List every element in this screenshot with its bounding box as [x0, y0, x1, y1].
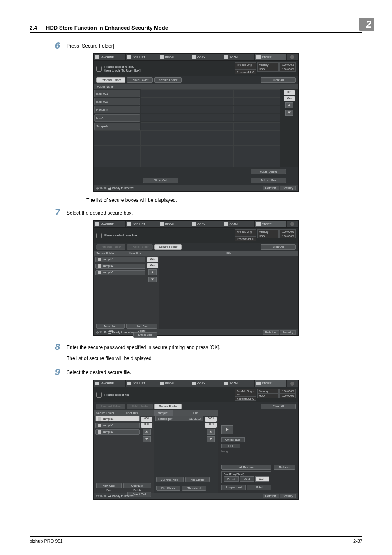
step-7: 7 Select the desired secure box. — [48, 207, 362, 218]
folder-row[interactable]: SampleA — [94, 123, 140, 130]
tab-help[interactable] — [287, 380, 298, 387]
file-pager-current: 0001 — [205, 417, 217, 422]
tab-label: RECALL — [165, 56, 176, 59]
folder-row[interactable]: label-001 — [94, 90, 140, 97]
clear-all-button[interactable]: Clear All — [261, 404, 296, 409]
tab-scan[interactable]: SCAN — [222, 221, 254, 227]
file-check-button[interactable]: File Check — [156, 486, 180, 491]
page-down-button[interactable] — [143, 436, 151, 442]
tab-public-folder[interactable]: Public Folder — [127, 404, 153, 409]
value-memory-pct: 100.000% — [279, 62, 296, 67]
label-prejob: Pre-Job Orig. — [237, 63, 253, 66]
prompt-text: Please select folder, then touch [To Use… — [104, 65, 141, 72]
to-user-box-button[interactable]: To User Box — [251, 178, 286, 183]
tab-public-folder[interactable]: Public Folder — [127, 244, 153, 250]
user-box-delete-button[interactable]: User Box Delete — [126, 324, 157, 329]
tab-joblist[interactable]: JOB LIST — [126, 54, 158, 60]
folder-row[interactable]: label-003 — [94, 106, 140, 113]
user-box-delete-button[interactable]: User Box Delete — [123, 483, 151, 488]
proof-button[interactable]: Proof — [224, 476, 239, 482]
page-down-button[interactable] — [285, 110, 293, 116]
file-panel-col: File — [173, 410, 219, 416]
print-button[interactable]: Print — [247, 485, 271, 490]
tab-machine[interactable]: MACHINE — [94, 221, 126, 227]
pager-total: 001 — [141, 423, 152, 428]
tab-machine[interactable]: MACHINE — [94, 54, 126, 60]
lock-icon — [98, 417, 101, 421]
all-files-print-button[interactable]: All Files Print — [156, 477, 184, 482]
clock-icon: ◷ — [96, 494, 99, 497]
image-label: Image — [221, 450, 229, 453]
page-up-button[interactable] — [143, 429, 151, 435]
step-6: 6 Press [Secure Folder]. — [48, 40, 362, 51]
clock-icon: ◷ — [96, 187, 99, 190]
step-text: Select the desired secure box. — [67, 207, 362, 218]
clear-all-button[interactable]: Clear All — [261, 244, 296, 250]
tab-recall[interactable]: RECALL — [158, 54, 190, 60]
security-indicator: Security — [280, 186, 296, 190]
pager-current: 001 — [284, 90, 295, 95]
userbox-row-selected[interactable]: sample1 — [95, 416, 140, 421]
tab-secure-folder[interactable]: Secure Folder — [154, 404, 182, 409]
tab-public-folder[interactable]: Public Folder — [127, 77, 153, 83]
tab-secure-folder[interactable]: Secure Folder — [154, 77, 182, 83]
new-user-box-button[interactable]: New User Box — [96, 483, 122, 488]
page-down-button[interactable] — [207, 436, 215, 442]
tab-personal-folder[interactable]: Personal Folder — [96, 77, 125, 83]
userbox-row[interactable]: sample3 — [95, 270, 145, 275]
tab-copy[interactable]: COPY — [190, 221, 222, 227]
tab-personal-folder[interactable]: Personal Folder — [96, 244, 125, 250]
direct-call-button[interactable]: Direct Call — [143, 178, 178, 183]
tab-copy[interactable]: COPY — [190, 54, 222, 60]
pager-total: 001 — [284, 96, 295, 101]
folder-delete-button[interactable]: Folder Delete — [251, 169, 286, 174]
tab-store[interactable]: STORE — [255, 54, 287, 60]
auto-button[interactable]: Auto — [255, 476, 269, 482]
step-text: Press [Secure Folder]. — [67, 40, 362, 51]
preview-play-button[interactable] — [221, 425, 233, 434]
file-pager-total: 0001 — [205, 423, 217, 428]
tab-store[interactable]: STORE — [255, 221, 287, 227]
page-up-button[interactable] — [148, 269, 157, 275]
tab-joblist[interactable]: JOB LIST — [126, 380, 158, 387]
wait-button[interactable]: Wait — [240, 476, 254, 482]
userbox-row[interactable]: sample3 — [95, 429, 140, 435]
userbox-row[interactable]: sample2 — [95, 423, 140, 428]
suspended-button[interactable]: Suspended — [221, 485, 246, 490]
page-up-button[interactable] — [285, 102, 293, 108]
tab-store[interactable]: STORE — [255, 380, 287, 387]
tab-machine[interactable]: MACHINE — [94, 380, 126, 387]
new-user-box-button[interactable]: New User Box — [96, 324, 125, 329]
file-row[interactable]: sample.pdf11/18/13 — [155, 416, 203, 421]
page-up-button[interactable] — [207, 429, 215, 435]
tab-recall[interactable]: RECALL — [158, 380, 190, 387]
footer-model: bizhub PRO 951 — [30, 539, 63, 543]
file-delete-button[interactable]: File Delete — [185, 477, 210, 482]
folder-row[interactable]: label-002 — [94, 98, 140, 105]
col-userbox: User Box — [127, 251, 159, 256]
thumbnail-button[interactable]: Thumbnail — [182, 486, 206, 491]
userbox-row[interactable]: sample1 — [95, 257, 145, 262]
page-down-button[interactable] — [148, 277, 157, 282]
recall-icon — [160, 56, 164, 59]
tab-scan[interactable]: SCAN — [222, 54, 254, 60]
tab-scan[interactable]: SCAN — [222, 380, 254, 387]
tab-copy[interactable]: COPY — [190, 380, 222, 387]
tab-secure-folder[interactable]: Secure Folder — [154, 244, 182, 250]
all-release-button[interactable]: All Release — [221, 465, 271, 470]
tab-joblist[interactable]: JOB LIST — [126, 221, 158, 227]
release-button[interactable]: Release — [274, 465, 295, 470]
tab-help[interactable] — [287, 54, 298, 60]
tab-personal-folder[interactable]: Personal Folder — [96, 404, 125, 409]
file-button[interactable]: File — [221, 444, 240, 448]
userbox-row[interactable]: sample2 — [95, 264, 145, 269]
tab-help[interactable] — [287, 221, 298, 227]
store-icon — [256, 56, 261, 59]
lock-icon — [98, 271, 101, 274]
tab-recall[interactable]: RECALL — [158, 221, 190, 227]
clear-all-button[interactable]: Clear All — [261, 77, 296, 83]
pager-current: 001 — [141, 417, 152, 422]
folder-row[interactable]: box-01 — [94, 114, 140, 122]
machine-icon — [95, 56, 99, 59]
direct-call-button[interactable]: Direct Call — [133, 332, 157, 338]
